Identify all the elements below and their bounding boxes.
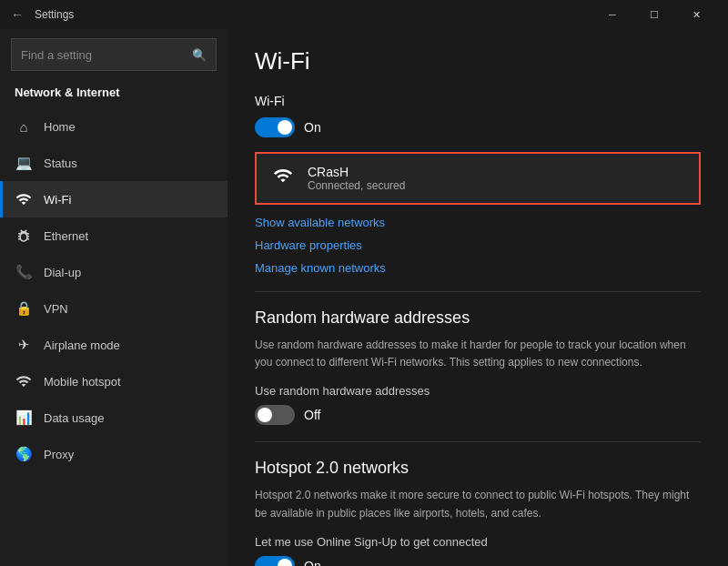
sidebar-item-vpn[interactable]: 🔒 VPN xyxy=(0,290,228,327)
sidebar-section-title: Network & Internet xyxy=(0,80,228,108)
sidebar-item-label-home: Home xyxy=(44,120,76,134)
back-button[interactable]: ← xyxy=(11,7,24,22)
datausage-icon: 📊 xyxy=(15,409,33,427)
dialup-icon: 📞 xyxy=(15,263,33,281)
search-input[interactable] xyxy=(21,48,192,62)
close-button[interactable]: ✕ xyxy=(675,0,717,29)
hotspot-toggle[interactable] xyxy=(255,556,295,566)
wifi-toggle[interactable] xyxy=(255,117,295,137)
hardware-properties-link[interactable]: Hardware properties xyxy=(255,238,701,252)
sidebar-item-home[interactable]: ⌂ Home xyxy=(0,108,228,145)
connected-network-item[interactable]: CRasH Connected, secured xyxy=(255,152,701,205)
sidebar-item-label-dialup: Dial-up xyxy=(44,266,81,279)
manage-known-networks-link[interactable]: Manage known networks xyxy=(255,261,701,275)
sidebar-item-label-datausage: Data usage xyxy=(44,411,105,425)
wifi-icon xyxy=(15,190,33,208)
random-hw-heading: Random hardware addresses xyxy=(255,308,701,328)
ethernet-icon xyxy=(15,227,33,245)
sidebar-item-airplane[interactable]: ✈ Airplane mode xyxy=(0,327,228,363)
network-wifi-icon xyxy=(271,166,295,191)
hotspot-toggle-thumb xyxy=(278,559,292,566)
random-hw-toggle-thumb xyxy=(258,408,272,422)
sidebar-item-status[interactable]: 💻 Status xyxy=(0,145,228,181)
sidebar-item-label-status: Status xyxy=(44,157,77,170)
search-box[interactable]: 🔍 xyxy=(11,38,217,71)
sidebar-item-wifi[interactable]: Wi-Fi xyxy=(0,181,228,217)
home-icon: ⌂ xyxy=(15,117,33,136)
sidebar-item-proxy[interactable]: 🌎 Proxy xyxy=(0,436,228,472)
wifi-toggle-label: On xyxy=(304,120,321,135)
random-hw-row-label: Use random hardware addresses xyxy=(255,384,701,398)
vpn-icon: 🔒 xyxy=(15,299,33,318)
hotspot-toggle-label: On xyxy=(304,559,321,566)
maximize-button[interactable]: ☐ xyxy=(633,0,675,29)
random-hw-desc: Use random hardware addresses to make it… xyxy=(255,337,701,371)
network-status: Connected, secured xyxy=(308,179,405,192)
sidebar-item-datausage[interactable]: 📊 Data usage xyxy=(0,399,228,436)
network-info: CRasH Connected, secured xyxy=(308,165,405,192)
show-available-networks-link[interactable]: Show available networks xyxy=(255,216,701,229)
sidebar-item-label-mobilehotspot: Mobile hotspot xyxy=(44,375,121,389)
section-divider-2 xyxy=(255,441,701,442)
search-icon: 🔍 xyxy=(192,48,207,62)
page-title: Wi-Fi xyxy=(255,47,701,76)
sidebar-item-label-airplane: Airplane mode xyxy=(44,339,120,352)
title-bar: ← Settings ─ ☐ ✕ xyxy=(0,0,728,29)
wifi-toggle-row: On xyxy=(255,117,701,137)
window-controls: ─ ☐ ✕ xyxy=(592,0,717,29)
section-divider-1 xyxy=(255,291,701,292)
sidebar-item-label-wifi: Wi-Fi xyxy=(44,193,71,207)
sidebar-item-label-proxy: Proxy xyxy=(44,448,74,461)
minimize-button[interactable]: ─ xyxy=(592,0,633,29)
hotspot-row-label: Let me use Online Sign-Up to get connect… xyxy=(255,535,701,549)
hotspot-desc: Hotspot 2.0 networks make it more secure… xyxy=(255,487,701,521)
random-hw-toggle-row: Off xyxy=(255,405,701,425)
network-name: CRasH xyxy=(308,165,405,179)
main-layout: 🔍 Network & Internet ⌂ Home 💻 Status Wi-… xyxy=(0,29,728,566)
wifi-section-label: Wi-Fi xyxy=(255,94,701,108)
hotspot-heading: Hotspot 2.0 networks xyxy=(255,459,701,478)
status-icon: 💻 xyxy=(15,154,33,172)
airplane-icon: ✈ xyxy=(15,336,33,354)
hotspot-toggle-row: On xyxy=(255,556,701,566)
sidebar-item-label-vpn: VPN xyxy=(44,302,68,316)
content-area: Wi-Fi Wi-Fi On CRasH Connected, secured … xyxy=(228,29,728,566)
random-hw-toggle-label: Off xyxy=(304,408,320,422)
sidebar-item-hotspot[interactable]: Mobile hotspot xyxy=(0,363,228,399)
wifi-toggle-thumb xyxy=(278,120,292,135)
sidebar-item-dialup[interactable]: 📞 Dial-up xyxy=(0,254,228,290)
hotspot-icon xyxy=(15,372,33,390)
app-title: Settings xyxy=(35,8,592,21)
proxy-icon: 🌎 xyxy=(15,445,33,463)
sidebar: 🔍 Network & Internet ⌂ Home 💻 Status Wi-… xyxy=(0,29,228,566)
sidebar-item-ethernet[interactable]: Ethernet xyxy=(0,217,228,254)
random-hw-toggle[interactable] xyxy=(255,405,295,425)
sidebar-item-label-ethernet: Ethernet xyxy=(44,229,88,243)
